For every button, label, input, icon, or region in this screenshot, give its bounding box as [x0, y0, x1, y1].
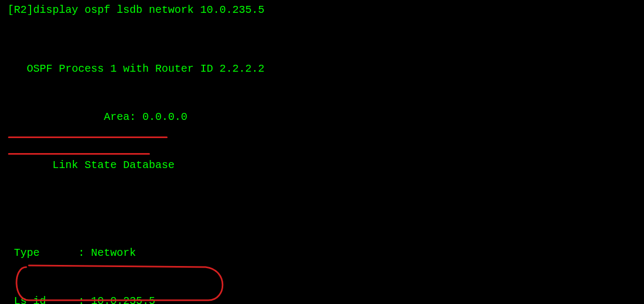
command-line[interactable]: [R2]display ospf lsdb network 10.0.235.5	[7, 2, 637, 18]
header-line-2: Area: 0.0.0.0	[7, 109, 637, 125]
host-prompt: [R2]	[7, 4, 33, 16]
header-line-1: OSPF Process 1 with Router ID 2.2.2.2	[7, 61, 637, 77]
annotation-underline-lsid	[8, 136, 168, 138]
lsdb-details: Type : Network Ls id : 10.0.235.5 Adv rt…	[7, 213, 637, 304]
row-ls-id: Ls id : 10.0.235.5	[7, 293, 637, 304]
ospf-header: OSPF Process 1 with Router ID 2.2.2.2 Ar…	[7, 29, 637, 189]
command-text: display ospf lsdb network 10.0.235.5	[33, 4, 264, 16]
annotation-underline-advrtr	[8, 153, 150, 155]
header-line-3: Link State Database	[7, 157, 637, 173]
row-type: Type : Network	[7, 245, 637, 261]
